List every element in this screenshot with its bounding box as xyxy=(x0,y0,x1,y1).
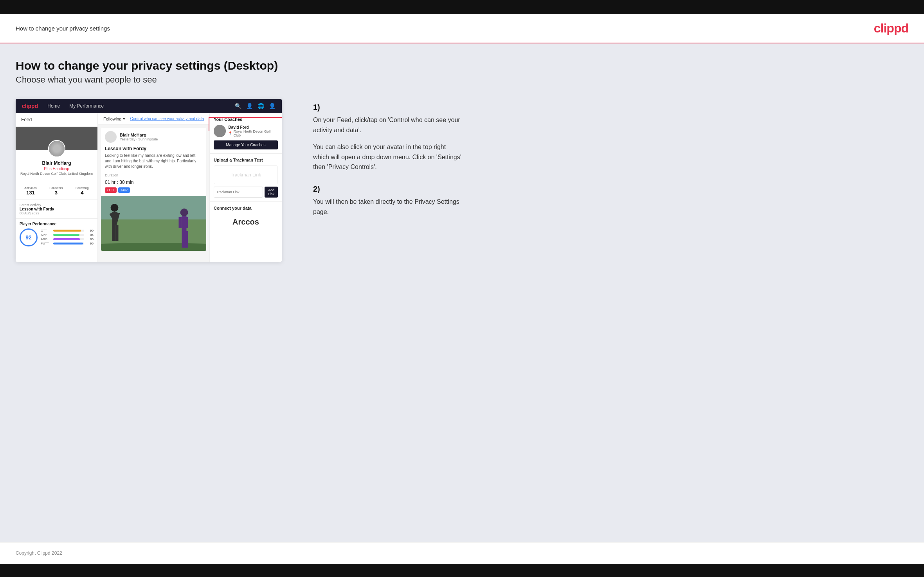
bar-putt: PUTT 96 xyxy=(41,242,94,245)
site-footer: Copyright Clippd 2022 xyxy=(0,542,924,564)
quality-row: 92 OTT 90 APP 85 xyxy=(20,228,94,246)
trackman-section: Upload a Trackman Test Trackman Link Add… xyxy=(210,154,282,202)
app-navbar-logo: clippd xyxy=(22,103,38,109)
post-tags: OTT APP xyxy=(101,187,206,196)
avatar-image xyxy=(49,141,65,156)
svg-rect-7 xyxy=(112,225,115,241)
trackman-placeholder: Trackman Link xyxy=(214,165,278,184)
globe-icon[interactable]: 🌐 xyxy=(258,103,264,109)
post-duration: Duration xyxy=(101,172,206,179)
player-performance: Player Performance 92 OTT 90 APP xyxy=(16,218,97,250)
post-image xyxy=(101,196,206,251)
svg-point-9 xyxy=(180,209,188,216)
trackman-title: Upload a Trackman Test xyxy=(214,158,278,162)
instruction-step2: 2) You will then be taken directly to th… xyxy=(313,185,908,217)
quality-score: 92 xyxy=(20,228,38,246)
profile-club: Royal North Devon Golf Club, United King… xyxy=(20,172,94,176)
nav-item-home[interactable]: Home xyxy=(47,103,60,109)
arccos-text: Arccos xyxy=(214,214,278,230)
profile-avatar xyxy=(48,140,65,157)
coach-avatar xyxy=(214,125,226,137)
player-perf-title: Player Performance xyxy=(20,222,94,226)
duration-label: Duration xyxy=(105,173,118,177)
step2-text: You will then be taken directly to the P… xyxy=(313,197,462,217)
post-title: Lesson with Fordy xyxy=(101,146,206,151)
stat-activities-value: 131 xyxy=(24,190,37,196)
hero-title: How to change your privacy settings (Des… xyxy=(16,59,908,72)
step1-text-part2: You can also click on your avatar in the… xyxy=(313,142,462,172)
post-header: Blair McHarg Yesterday · Sunningdale xyxy=(101,128,206,146)
trackman-input-row: Add Link xyxy=(214,187,278,198)
add-link-button[interactable]: Add Link xyxy=(265,187,278,198)
step1-text-part1: On your Feed, click/tap on 'Control who … xyxy=(313,115,462,135)
svg-rect-12 xyxy=(185,217,188,228)
following-button[interactable]: Following ▾ xyxy=(103,116,125,121)
site-header: How to change your privacy settings clip… xyxy=(0,14,924,43)
latest-activity-name: Lesson with Fordy xyxy=(20,207,94,211)
duration-value: 01 hr : 30 min xyxy=(101,179,206,187)
connect-section: Connect your data Arccos xyxy=(210,202,282,234)
coach-name: David Ford xyxy=(228,125,278,129)
coaches-section: Your Coaches David Ford 📍 Royal North De… xyxy=(210,113,282,154)
svg-point-3 xyxy=(111,204,119,212)
user-icon[interactable]: 👤 xyxy=(246,103,253,109)
app-sidebar: Feed Blair McHarg Plus Handicap Royal No… xyxy=(16,113,98,262)
coaches-title: Your Coaches xyxy=(214,117,278,122)
post-author-info: Blair McHarg Yesterday · Sunningdale xyxy=(120,133,158,141)
post-body: Looking to feel like my hands are exitin… xyxy=(101,153,206,172)
nav-item-performance[interactable]: My Performance xyxy=(69,103,104,109)
app-screenshot: clippd Home My Performance 🔍 👤 🌐 👤 Feed xyxy=(16,99,282,262)
feed-tab[interactable]: Feed xyxy=(16,113,97,127)
latest-activity-date: 03 Aug 2022 xyxy=(20,211,94,215)
stat-followers: Followers 3 xyxy=(49,186,63,196)
instructions-panel: 1) On your Feed, click/tap on 'Control w… xyxy=(297,99,908,233)
stat-followers-value: 3 xyxy=(49,190,63,196)
connect-title: Connect your data xyxy=(214,206,278,210)
svg-point-2 xyxy=(101,243,206,251)
bottom-bar xyxy=(0,564,924,577)
right-panel: Your Coaches David Ford 📍 Royal North De… xyxy=(209,113,282,262)
hero-subtitle: Choose what you want people to see xyxy=(16,75,908,85)
avatar-icon[interactable]: 👤 xyxy=(269,103,276,109)
profile-banner xyxy=(16,127,97,150)
coach-info: David Ford 📍 Royal North Devon Golf Club xyxy=(228,125,278,137)
app-body: Feed Blair McHarg Plus Handicap Royal No… xyxy=(16,113,282,262)
step2-number: 2) xyxy=(313,185,908,194)
app-feed: Following ▾ Control who can see your act… xyxy=(98,113,209,262)
search-icon[interactable]: 🔍 xyxy=(235,103,241,109)
profile-name: Blair McHarg xyxy=(20,160,94,166)
bar-ott: OTT 90 xyxy=(41,229,94,232)
control-privacy-link[interactable]: Control who can see your activity and da… xyxy=(130,117,204,121)
manage-coaches-button[interactable]: Manage Your Coaches xyxy=(214,140,278,149)
location-icon: 📍 xyxy=(228,131,232,135)
quality-bars: OTT 90 APP 85 ARG xyxy=(41,229,94,246)
svg-rect-14 xyxy=(185,231,188,248)
tag-app: APP xyxy=(118,187,130,193)
profile-stats: Activities 131 Followers 3 Following 4 xyxy=(16,182,97,200)
tag-ott: OTT xyxy=(105,187,117,193)
coach-club: 📍 Royal North Devon Golf Club xyxy=(228,129,278,137)
logo: clippd xyxy=(874,21,908,36)
stat-following-value: 4 xyxy=(76,190,89,196)
instruction-step1: 1) On your Feed, click/tap on 'Control w… xyxy=(313,103,908,172)
latest-activity-label: Latest Activity xyxy=(20,203,94,207)
stat-following: Following 4 xyxy=(76,186,89,196)
page-title: How to change your privacy settings xyxy=(16,25,110,32)
post-avatar xyxy=(105,131,117,143)
stat-activities-label: Activities xyxy=(24,186,37,190)
coach-item: David Ford 📍 Royal North Devon Golf Club xyxy=(214,125,278,137)
content-row: clippd Home My Performance 🔍 👤 🌐 👤 Feed xyxy=(16,99,908,262)
svg-rect-13 xyxy=(182,231,185,248)
chevron-down-icon: ▾ xyxy=(123,116,125,121)
copyright-text: Copyright Clippd 2022 xyxy=(16,550,62,556)
post-author-name: Blair McHarg xyxy=(120,133,158,137)
trackman-link-input[interactable] xyxy=(214,187,263,198)
bar-app: APP 85 xyxy=(41,233,94,237)
main-content: How to change your privacy settings (Des… xyxy=(0,43,924,542)
profile-level: Plus Handicap xyxy=(20,167,94,171)
app-navbar: clippd Home My Performance 🔍 👤 🌐 👤 xyxy=(16,99,282,113)
nav-icons: 🔍 👤 🌐 👤 xyxy=(235,103,276,109)
svg-rect-11 xyxy=(179,217,182,228)
svg-rect-8 xyxy=(115,225,119,241)
stat-activities: Activities 131 xyxy=(24,186,37,196)
